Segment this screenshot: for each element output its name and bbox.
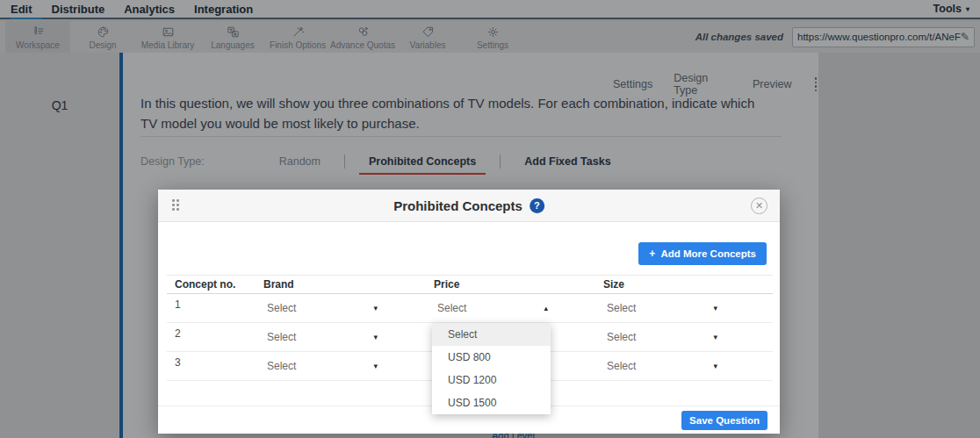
dropdown-option-select[interactable]: Select [432,323,551,346]
concept-number: 2 [167,323,263,340]
close-icon[interactable]: ✕ [751,197,767,214]
caret-down-icon: ▾ [713,362,717,370]
caret-down-icon: ▾ [373,333,378,341]
caret-down-icon: ▾ [713,304,717,312]
dropdown-option-usd-800[interactable]: USD 800 [432,346,551,369]
size-select-row2[interactable]: Select ▾ [607,331,717,343]
table-header-row: Concept no. Brand Price Size [167,275,773,294]
table-row: 1 Select ▾ Select ▴ Select ▾ [167,294,773,323]
column-header-size: Size [603,278,773,291]
concept-number: 3 [167,352,263,369]
select-value: Select [267,331,296,343]
drag-handle-icon[interactable] [172,199,180,212]
size-select-row3[interactable]: Select ▾ [607,360,717,372]
concept-number: 1 [167,294,263,311]
caret-up-icon: ▴ [544,304,548,312]
size-select-row1[interactable]: Select ▾ [607,302,717,314]
select-value: Select [267,360,296,372]
add-more-concepts-label: Add More Concepts [660,248,756,259]
questionpro-editor: Edit Distribute Analytics Integration To… [0,0,980,438]
select-value: Select [607,331,636,343]
price-dropdown-menu: Select USD 800 USD 1200 USD 1500 [432,323,551,414]
modal-title-wrap: Prohibited Concepts ? [393,198,544,213]
brand-select-row3[interactable]: Select ▾ [267,360,378,372]
add-more-concepts-button[interactable]: + Add More Concepts [638,242,767,265]
select-value: Select [437,302,466,314]
select-value: Select [607,360,636,372]
select-value: Select [607,302,636,314]
column-header-brand: Brand [263,278,434,291]
select-value: Select [267,302,296,314]
brand-select-row1[interactable]: Select ▾ [267,302,378,314]
dropdown-option-usd-1200[interactable]: USD 1200 [432,369,551,391]
column-header-concept-no: Concept no. [167,278,263,291]
modal-header: Prohibited Concepts ? ✕ [158,190,780,222]
caret-down-icon: ▾ [713,333,717,341]
plus-icon: + [649,248,655,260]
dropdown-option-usd-1500[interactable]: USD 1500 [432,391,551,414]
brand-select-row2[interactable]: Select ▾ [267,331,378,343]
help-icon[interactable]: ? [530,198,544,213]
price-select-row1-open[interactable]: Select ▴ [437,302,548,314]
column-header-price: Price [434,278,603,291]
modal-title: Prohibited Concepts [393,198,522,213]
save-question-button[interactable]: Save Question [681,411,767,430]
caret-down-icon: ▾ [373,362,378,370]
caret-down-icon: ▾ [373,304,378,312]
